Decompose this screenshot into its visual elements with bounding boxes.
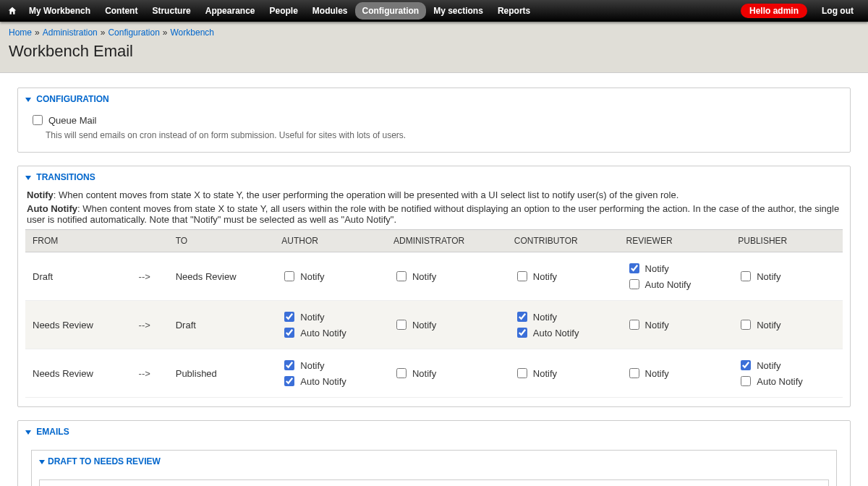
legend-configuration[interactable]: Configuration (18, 88, 850, 110)
breadcrumb-link[interactable]: Workbench (171, 27, 214, 38)
notify-option[interactable]: Notify (514, 310, 612, 324)
notify-option[interactable]: Notify (738, 269, 835, 284)
role-cell: Notify (274, 252, 386, 301)
notify-checkbox[interactable] (517, 312, 527, 322)
legend-transitions[interactable]: Transitions (18, 166, 850, 188)
notify-label: Notify (533, 271, 557, 282)
notify-option[interactable]: Notify (626, 317, 724, 332)
notify-option[interactable]: Notify (738, 317, 835, 332)
toolbar-item-content[interactable]: Content (98, 2, 145, 20)
toolbar-item-reports[interactable]: Reports (490, 2, 537, 20)
notify-label: Notify (412, 271, 436, 282)
breadcrumb-link[interactable]: Administration (43, 27, 98, 38)
role-cell: NotifyAuto Notify (507, 301, 619, 349)
legend-email-role[interactable]: Email Reviewer (40, 480, 828, 486)
notify-checkbox[interactable] (396, 368, 407, 378)
role-cell: Notify (619, 301, 731, 349)
table-header (132, 230, 169, 252)
notify-checkbox[interactable] (284, 312, 294, 322)
notify-checkbox[interactable] (396, 320, 407, 330)
toolbar-item-structure[interactable]: Structure (145, 2, 197, 20)
notify-label: Notify (300, 271, 324, 282)
table-header: CONTRIBUTOR (507, 230, 619, 252)
queue-mail-checkbox[interactable] (33, 115, 43, 125)
notify-checkbox[interactable] (396, 271, 407, 281)
auto-notify-checkbox[interactable] (517, 328, 527, 338)
hello-badge[interactable]: Hello admin (741, 4, 807, 18)
page-title: Workbench Email (9, 42, 859, 61)
fieldset-email-transition: Draft to Needs ReviewEmail Reviewer (31, 450, 837, 486)
notify-option[interactable]: Notify (626, 366, 724, 380)
from-cell: Needs Review (25, 349, 132, 398)
notify-option[interactable]: Notify (393, 269, 500, 284)
toolbar-item-appearance[interactable]: Appearance (198, 2, 263, 20)
legend-emails[interactable]: Emails (18, 421, 850, 443)
role-cell: Notify (386, 301, 507, 349)
notify-checkbox[interactable] (741, 271, 751, 281)
auto-notify-option[interactable]: Auto Notify (626, 277, 724, 291)
notify-checkbox[interactable] (284, 360, 294, 370)
arrow-cell: --> (132, 349, 169, 398)
auto-notify-checkbox[interactable] (629, 279, 639, 289)
notify-checkbox[interactable] (741, 360, 751, 370)
role-cell: NotifyAuto Notify (274, 349, 386, 398)
auto-notify-checkbox[interactable] (284, 376, 294, 386)
notify-checkbox[interactable] (629, 320, 639, 330)
notify-option[interactable]: Notify (281, 358, 379, 372)
notify-label: Notify (757, 360, 780, 371)
logout-link[interactable]: Log out (814, 2, 861, 20)
auto-notify-help: Auto Notify: When content moves from sta… (25, 203, 843, 225)
toolbar-item-my-sections[interactable]: My sections (426, 2, 490, 20)
notify-label: Notify (645, 368, 669, 379)
queue-mail-option[interactable]: Queue Mail (30, 113, 843, 127)
notify-checkbox[interactable] (629, 263, 639, 273)
notify-option[interactable]: Notify (393, 317, 500, 332)
notify-option[interactable]: Notify (514, 366, 612, 380)
auto-notify-option[interactable]: Auto Notify (281, 325, 379, 340)
notify-option[interactable]: Notify (626, 261, 724, 276)
notify-checkbox[interactable] (284, 271, 294, 281)
notify-label: Notify (300, 360, 324, 371)
legend-configuration-label: Configuration (36, 94, 109, 104)
from-cell: Draft (25, 252, 132, 301)
notify-checkbox[interactable] (629, 368, 639, 378)
role-cell: Notify (507, 252, 619, 301)
auto-notify-option[interactable]: Auto Notify (514, 325, 612, 340)
arrow-cell: --> (132, 252, 169, 301)
chevron-down-icon (25, 98, 31, 102)
toolbar-item-modules[interactable]: Modules (305, 2, 355, 20)
notify-label: Notify (412, 320, 436, 331)
auto-notify-label: Auto Notify (300, 376, 346, 387)
toolbar-item-my-workbench[interactable]: My Workbench (22, 2, 98, 20)
notify-checkbox[interactable] (517, 271, 527, 281)
table-header: REVIEWER (619, 230, 731, 252)
role-cell: NotifyAuto Notify (274, 301, 386, 349)
breadcrumb-link[interactable]: Configuration (108, 27, 159, 38)
auto-notify-checkbox[interactable] (284, 328, 294, 338)
role-cell: Notify (386, 349, 507, 398)
notify-option[interactable]: Notify (281, 310, 379, 324)
notify-checkbox[interactable] (517, 368, 527, 378)
table-header: ADMINISTRATOR (386, 230, 507, 252)
legend-email-transition[interactable]: Draft to Needs Review (32, 451, 836, 472)
role-cell: Notify (507, 349, 619, 398)
breadcrumb-link[interactable]: Home (9, 27, 32, 38)
legend-emails-label: Emails (36, 427, 69, 437)
notify-checkbox[interactable] (741, 320, 751, 330)
notify-option[interactable]: Notify (738, 358, 835, 372)
table-row: Needs Review-->DraftNotifyAuto NotifyNot… (25, 301, 843, 349)
notify-label: Notify (533, 312, 557, 323)
auto-notify-option[interactable]: Auto Notify (738, 374, 835, 388)
auto-notify-label: Auto Notify (300, 328, 346, 338)
auto-notify-checkbox[interactable] (741, 376, 751, 386)
auto-notify-option[interactable]: Auto Notify (281, 374, 379, 388)
notify-option[interactable]: Notify (281, 269, 379, 284)
home-icon[interactable] (7, 6, 17, 16)
notify-option[interactable]: Notify (393, 366, 500, 380)
table-header: TO (169, 230, 275, 252)
toolbar-item-people[interactable]: People (263, 2, 305, 20)
notify-option[interactable]: Notify (514, 269, 612, 284)
toolbar-item-configuration[interactable]: Configuration (355, 2, 427, 20)
notify-label: Notify (645, 263, 669, 274)
notify-label: Notify (757, 320, 780, 331)
